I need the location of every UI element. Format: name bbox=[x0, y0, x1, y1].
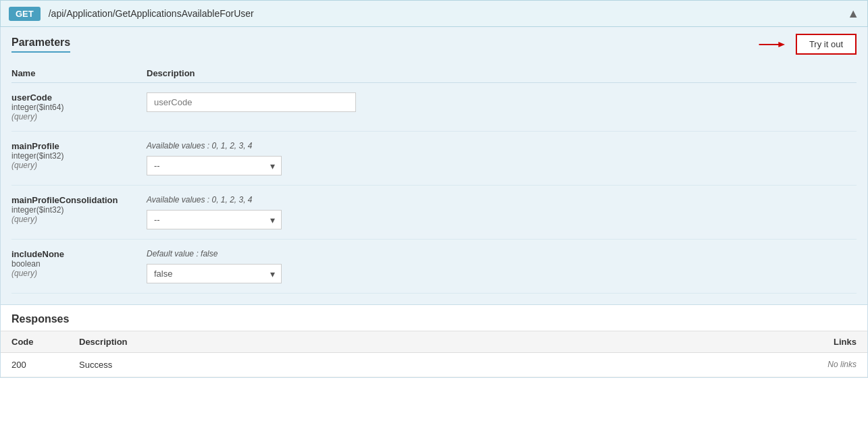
param-name-col-includenone: includeNone boolean (query) bbox=[11, 249, 147, 278]
param-desc-col-includenone: Default value : false false true bbox=[147, 249, 857, 283]
parameters-table: Name Description userCode integer($int64… bbox=[1, 63, 867, 304]
param-type-usercode: integer($int64) bbox=[11, 103, 147, 112]
param-type-includenone: boolean bbox=[11, 259, 147, 269]
param-name-includenone: includeNone bbox=[11, 249, 147, 259]
get-badge: GET bbox=[9, 7, 41, 21]
param-location-includenone: (query) bbox=[11, 269, 147, 278]
param-type-mainprofile: integer($int32) bbox=[11, 151, 147, 161]
responses-table-header: Code Description Links bbox=[1, 331, 867, 353]
includenone-default-value: Default value : false bbox=[147, 249, 857, 258]
param-location-usercode: (query) bbox=[11, 112, 147, 121]
arrow-indicator bbox=[758, 39, 785, 50]
resp-col-links-header: Links bbox=[775, 337, 857, 347]
param-type-mpc: integer($int32) bbox=[11, 205, 147, 215]
resp-col-code-header: Code bbox=[11, 337, 79, 347]
col-desc-header: Description bbox=[147, 68, 857, 78]
response-row-200: 200 Success No links bbox=[1, 353, 867, 377]
endpoint-path: /api/Application/GetApplicationsAvailabl… bbox=[49, 8, 254, 19]
param-name-col-mpc: mainProfileConsolidation integer($int32)… bbox=[11, 195, 147, 224]
includenone-select-wrapper: false true bbox=[147, 264, 282, 283]
parameters-section: Parameters Try it out Name Description u… bbox=[0, 27, 868, 305]
mpc-available-values: Available values : 0, 1, 2, 3, 4 bbox=[147, 195, 857, 204]
try-it-out-wrapper: Try it out bbox=[758, 34, 857, 55]
collapse-icon[interactable]: ▲ bbox=[847, 7, 859, 21]
resp-desc-200: Success bbox=[79, 360, 775, 370]
param-name-usercode: userCode bbox=[11, 92, 147, 103]
mainprofile-select-wrapper: -- 0 1 2 3 4 bbox=[147, 156, 282, 175]
resp-col-desc-header: Description bbox=[79, 337, 775, 347]
mpc-select[interactable]: -- 0 1 2 3 4 bbox=[147, 210, 282, 229]
parameters-header: Parameters Try it out bbox=[1, 27, 867, 57]
responses-section: Responses Code Description Links 200 Suc… bbox=[0, 305, 868, 378]
responses-header: Responses bbox=[1, 305, 867, 331]
parameters-title: Parameters bbox=[11, 36, 70, 53]
param-name-mpc: mainProfileConsolidation bbox=[11, 195, 147, 205]
try-it-out-button[interactable]: Try it out bbox=[796, 34, 857, 55]
param-row-usercode: userCode integer($int64) (query) bbox=[11, 83, 857, 132]
param-row-mainprofileconsolidation: mainProfileConsolidation integer($int32)… bbox=[11, 186, 857, 240]
param-location-mpc: (query) bbox=[11, 215, 147, 224]
mpc-select-wrapper: -- 0 1 2 3 4 bbox=[147, 210, 282, 229]
param-name-col-usercode: userCode integer($int64) (query) bbox=[11, 92, 147, 121]
mainprofile-available-values: Available values : 0, 1, 2, 3, 4 bbox=[147, 141, 857, 150]
params-header-row: Name Description bbox=[11, 63, 857, 83]
param-desc-col-usercode bbox=[147, 92, 857, 112]
get-bar-left: GET /api/Application/GetApplicationsAvai… bbox=[9, 7, 254, 21]
param-name-mainprofile: mainProfile bbox=[11, 141, 147, 151]
param-desc-col-mainprofile: Available values : 0, 1, 2, 3, 4 -- 0 1 … bbox=[147, 141, 857, 175]
resp-links-200: No links bbox=[775, 360, 857, 369]
param-location-mainprofile: (query) bbox=[11, 161, 147, 170]
col-name-header: Name bbox=[11, 68, 147, 78]
param-desc-col-mpc: Available values : 0, 1, 2, 3, 4 -- 0 1 … bbox=[147, 195, 857, 229]
param-row-includenone: includeNone boolean (query) Default valu… bbox=[11, 240, 857, 294]
resp-code-200: 200 bbox=[11, 360, 79, 370]
get-bar: GET /api/Application/GetApplicationsAvai… bbox=[0, 0, 868, 27]
includenone-select[interactable]: false true bbox=[147, 264, 282, 283]
usercode-input[interactable] bbox=[147, 92, 356, 112]
responses-title: Responses bbox=[11, 313, 69, 325]
mainprofile-select[interactable]: -- 0 1 2 3 4 bbox=[147, 156, 282, 175]
svg-marker-1 bbox=[778, 42, 785, 47]
param-name-col-mainprofile: mainProfile integer($int32) (query) bbox=[11, 141, 147, 170]
param-row-mainprofile: mainProfile integer($int32) (query) Avai… bbox=[11, 132, 857, 186]
